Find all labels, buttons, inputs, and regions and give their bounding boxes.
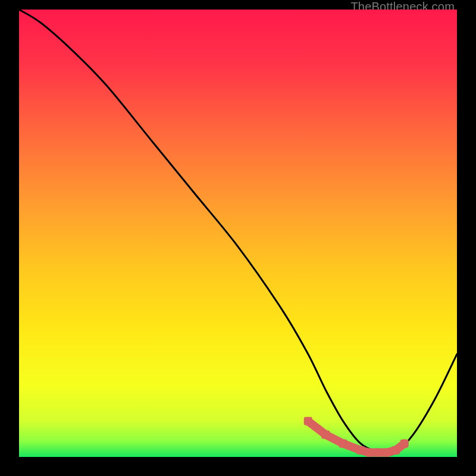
marker-dot [365, 448, 374, 456]
marker-dot [383, 448, 391, 456]
marker-dot [392, 446, 400, 455]
bottleneck-chart [19, 10, 457, 457]
marker-dot [400, 439, 409, 447]
marker-dot [356, 446, 365, 455]
marker-dot [339, 439, 347, 447]
marker-dot [321, 430, 330, 439]
marker-dot [304, 417, 312, 425]
marker-dot [374, 448, 383, 456]
chart-frame [19, 10, 457, 457]
chart-background [19, 10, 457, 457]
